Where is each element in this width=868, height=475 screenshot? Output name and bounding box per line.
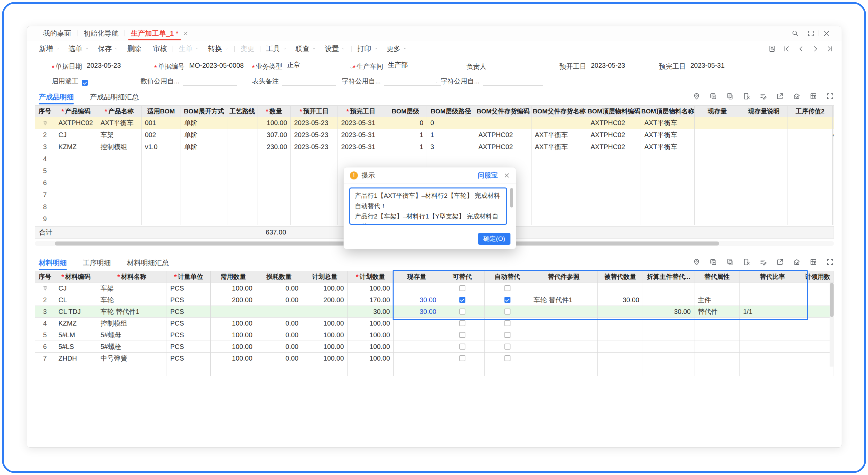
cell[interactable]: 1 xyxy=(384,141,427,153)
cell[interactable] xyxy=(291,189,338,201)
cell[interactable] xyxy=(181,213,227,225)
cell[interactable] xyxy=(740,294,805,306)
cell[interactable]: KZMZ xyxy=(55,141,97,153)
cell[interactable]: CJ xyxy=(55,129,97,141)
delete-row-icon[interactable] xyxy=(743,258,750,266)
tab-product-detail-summary[interactable]: 产成品明细汇总 xyxy=(90,90,139,104)
cell[interactable] xyxy=(485,294,530,306)
cell[interactable] xyxy=(257,177,291,189)
checkbox-unchecked[interactable] xyxy=(459,309,465,314)
cell[interactable]: 0 xyxy=(427,117,475,129)
toolbar-button-工具[interactable]: 工具 xyxy=(262,44,291,54)
cell[interactable]: 4 xyxy=(35,317,55,329)
cell[interactable] xyxy=(788,117,833,129)
toolbar-button-联查[interactable]: 联查 xyxy=(291,44,320,54)
cell[interactable] xyxy=(694,329,740,341)
cell[interactable] xyxy=(394,352,440,364)
cell[interactable] xyxy=(257,213,291,225)
cell[interactable] xyxy=(55,201,97,213)
cell[interactable] xyxy=(788,177,833,189)
cell[interactable] xyxy=(597,352,643,364)
cell[interactable]: 替代件 xyxy=(694,306,740,317)
cell[interactable] xyxy=(587,177,641,189)
batch-edit-icon[interactable] xyxy=(760,258,767,266)
cell[interactable] xyxy=(694,317,740,329)
cell[interactable] xyxy=(805,329,830,341)
cell[interactable]: 100.00 xyxy=(347,317,394,329)
cell[interactable]: 0.00 xyxy=(256,341,302,352)
cell[interactable] xyxy=(291,213,338,225)
search-icon[interactable] xyxy=(792,30,799,37)
cell[interactable]: 002 xyxy=(142,129,181,141)
cell[interactable] xyxy=(641,165,695,177)
table-row[interactable]: 2CJ车架002单阶307.002023-05-232023-05-3111AX… xyxy=(35,129,834,141)
cell[interactable]: 100.00 xyxy=(257,117,291,129)
cell[interactable] xyxy=(257,165,291,177)
batch-edit-icon[interactable] xyxy=(760,92,767,100)
cell[interactable] xyxy=(740,213,788,225)
cell[interactable] xyxy=(805,294,830,306)
cell[interactable] xyxy=(805,317,830,329)
cell[interactable]: v1.0 xyxy=(142,141,181,153)
checkbox-unchecked[interactable] xyxy=(504,332,510,338)
cell[interactable] xyxy=(788,129,833,141)
cell[interactable] xyxy=(181,165,227,177)
cell[interactable] xyxy=(597,306,643,317)
cell[interactable] xyxy=(142,177,181,189)
cell[interactable] xyxy=(97,165,142,177)
cell[interactable]: 30.00 xyxy=(394,294,440,306)
cell[interactable] xyxy=(142,201,181,213)
header-cell[interactable]: *材料编码 xyxy=(55,271,97,282)
cell[interactable]: 车轮 xyxy=(97,294,167,306)
field-value-bill-date[interactable]: 2023-05-23 xyxy=(86,60,143,71)
cell[interactable]: 200.00 xyxy=(302,294,347,306)
cell[interactable]: 100.00 xyxy=(302,341,347,352)
cell[interactable]: CJ xyxy=(55,282,97,294)
cell[interactable] xyxy=(181,177,227,189)
tab-material-detail[interactable]: 材料明细 xyxy=(39,256,67,270)
cell[interactable]: 6 xyxy=(35,177,55,189)
cell[interactable] xyxy=(695,153,740,165)
table-row[interactable]: 55#LM5#螺母PCS100.000.00100.00100.00 xyxy=(35,329,834,341)
cell[interactable]: 中号弹簧 xyxy=(97,352,167,364)
cell[interactable]: 100.00 xyxy=(302,317,347,329)
cell[interactable]: 30.00 xyxy=(347,306,394,317)
cell[interactable] xyxy=(142,189,181,201)
maximize-icon[interactable] xyxy=(807,30,814,37)
cell[interactable] xyxy=(440,352,485,364)
cell[interactable] xyxy=(641,189,695,201)
cell[interactable] xyxy=(384,153,427,165)
paste-icon[interactable] xyxy=(726,258,734,266)
cell[interactable] xyxy=(531,213,587,225)
checkbox-unchecked[interactable] xyxy=(504,285,510,291)
toolbar-button-设置[interactable]: 设置 xyxy=(320,44,350,54)
cell[interactable] xyxy=(788,165,833,177)
checkbox-unchecked[interactable] xyxy=(459,355,465,361)
cell[interactable]: PCS xyxy=(167,317,211,329)
cell[interactable]: 100.00 xyxy=(211,282,256,294)
message-box[interactable]: 产品行1【AXT平衡车】–材料行2【车轮】 完成材料自动替代！ 产品行2【车架】… xyxy=(349,188,507,225)
header-cell[interactable]: 被替代数量 xyxy=(597,271,643,282)
cell[interactable] xyxy=(587,189,641,201)
cell[interactable]: 1 xyxy=(427,129,475,141)
toolbar-button-更多[interactable]: 更多 xyxy=(382,44,412,54)
cell[interactable] xyxy=(181,153,227,165)
cell[interactable] xyxy=(338,153,384,165)
cell[interactable] xyxy=(740,165,788,177)
cell[interactable]: 100.00 xyxy=(302,329,347,341)
first-icon[interactable] xyxy=(783,45,790,53)
checkbox-checked[interactable] xyxy=(459,297,465,303)
cell[interactable]: 8 xyxy=(35,201,55,213)
cell[interactable]: AXT平衡车 xyxy=(531,141,587,153)
table-row[interactable]: 3KZMZ控制模组v1.0单阶230.002023-05-232023-05-3… xyxy=(35,141,834,153)
cell[interactable]: 2023-05-23 xyxy=(291,129,338,141)
checkbox-unchecked[interactable] xyxy=(504,344,510,349)
header-cell[interactable]: *预完工日 xyxy=(338,106,384,117)
cell[interactable] xyxy=(440,294,485,306)
field-value-header-memo[interactable] xyxy=(282,75,336,86)
cell[interactable]: CL TDJ xyxy=(55,306,97,317)
cell[interactable] xyxy=(475,153,531,165)
cell[interactable] xyxy=(394,329,440,341)
cell[interactable]: 车轮 替代件1 xyxy=(530,294,597,306)
cell[interactable] xyxy=(641,201,695,213)
